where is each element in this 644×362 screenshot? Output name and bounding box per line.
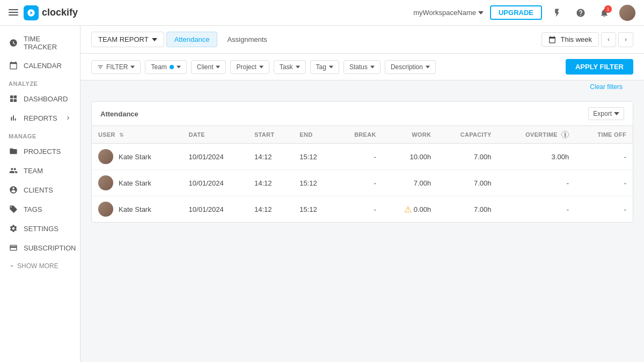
- tag-dropdown-icon: [329, 65, 333, 69]
- filter-dropdown-icon: [130, 65, 135, 69]
- grid-icon: [9, 94, 18, 104]
- cell-time-off: -: [575, 170, 633, 196]
- chevron-down-icon: [478, 11, 484, 14]
- chevron-right-icon: [65, 115, 71, 121]
- task-dropdown-icon: [296, 65, 300, 69]
- user-avatar-small: [98, 149, 113, 164]
- table-area: Attendance Export USER ⇅ DATE: [80, 93, 644, 362]
- col-break: BREAK: [335, 126, 383, 144]
- warning-icon[interactable]: ⚠: [404, 204, 412, 215]
- export-button[interactable]: Export: [588, 107, 624, 120]
- cell-break: -: [335, 196, 383, 223]
- filter-icon: [97, 64, 104, 70]
- user-avatar[interactable]: [619, 5, 635, 21]
- filter-bar: FILTER Team Client Project Task Tag: [80, 54, 644, 80]
- table-column-headers: USER ⇅ DATE START END BREAK WORK CAPACIT…: [92, 126, 633, 144]
- task-filter-button[interactable]: Task: [274, 60, 306, 74]
- dropdown-arrow-icon: [152, 38, 157, 41]
- sidebar-item-subscription[interactable]: SUBSCRIPTION: [0, 238, 80, 257]
- cell-user: Kate Stark: [92, 144, 182, 170]
- team-filter-badge: [170, 65, 174, 69]
- show-more-button[interactable]: SHOW MORE: [0, 257, 80, 275]
- credit-card-icon: [9, 243, 18, 253]
- col-overtime: OVERTIME ℹ: [498, 126, 576, 144]
- apply-filter-button[interactable]: APPLY FILTER: [566, 59, 633, 75]
- sort-icon[interactable]: ⇅: [119, 132, 123, 138]
- folder-icon: [9, 146, 18, 156]
- people-icon: [9, 166, 18, 175]
- description-filter-button[interactable]: Description: [385, 60, 436, 74]
- user-name: Kate Stark: [119, 179, 151, 187]
- sidebar-item-calendar[interactable]: CALENDAR: [0, 56, 80, 75]
- cell-user: Kate Stark: [92, 170, 182, 196]
- cell-end: 15:12: [293, 196, 335, 223]
- tag-icon: [9, 204, 18, 214]
- filter-button[interactable]: FILTER: [91, 60, 141, 74]
- table-row: Kate Stark 10/01/202414:1215:12-10.00h7.…: [92, 144, 633, 170]
- sidebar-item-time-tracker[interactable]: TIME TRACKER: [0, 30, 80, 56]
- cell-break: -: [335, 144, 383, 170]
- cell-work: ⚠ User has tracked 7.00h less than the c…: [383, 196, 437, 223]
- tag-filter-button[interactable]: Tag: [310, 60, 339, 74]
- notification-count: 1: [604, 5, 612, 13]
- cell-start: 14:12: [248, 144, 293, 170]
- bar-chart-icon: [9, 113, 18, 123]
- cell-overtime: -: [498, 196, 576, 223]
- cell-overtime: -: [498, 170, 576, 196]
- hamburger-menu[interactable]: [9, 9, 18, 17]
- status-filter-button[interactable]: Status: [343, 60, 380, 74]
- table-title: Attendance: [100, 110, 138, 118]
- sidebar-item-clients[interactable]: CLIENTS: [0, 180, 80, 200]
- cell-overtime: 3.00h: [498, 144, 576, 170]
- workspace-selector[interactable]: myWorkspaceName: [413, 9, 484, 17]
- date-picker[interactable]: This week: [541, 32, 599, 47]
- status-dropdown-icon: [370, 65, 375, 69]
- col-user: USER ⇅: [92, 126, 182, 144]
- team-filter-button[interactable]: Team: [145, 60, 186, 74]
- cell-date: 10/01/2024: [182, 144, 248, 170]
- team-report-button[interactable]: TEAM REPORT: [91, 32, 164, 47]
- notifications-button[interactable]: 1: [596, 4, 613, 21]
- client-filter-button[interactable]: Client: [191, 60, 226, 74]
- help-icon-button[interactable]: [572, 4, 589, 21]
- col-time-off: TIME OFF: [575, 126, 633, 144]
- upgrade-button[interactable]: UPGRADE: [490, 5, 542, 20]
- clear-filters-row: Clear filters: [80, 80, 644, 93]
- cell-capacity: 7.00h: [437, 196, 497, 223]
- sidebar-item-reports[interactable]: REPORTS: [0, 108, 80, 128]
- analyze-section-label: ANALYZE: [0, 75, 80, 89]
- project-filter-button[interactable]: Project: [230, 60, 269, 74]
- user-avatar-small: [98, 202, 113, 217]
- sidebar-item-dashboard[interactable]: DASHBOARD: [0, 89, 80, 108]
- sidebar-item-tags[interactable]: TAGS: [0, 200, 80, 219]
- col-capacity: CAPACITY: [437, 126, 497, 144]
- chevron-right-icon: [623, 37, 628, 42]
- sidebar-item-team[interactable]: TEAM: [0, 161, 80, 180]
- col-date: DATE: [182, 126, 248, 144]
- cell-time-off: -: [575, 196, 633, 223]
- overtime-info-icon[interactable]: ℹ: [561, 131, 569, 138]
- cell-time-off: -: [575, 144, 633, 170]
- navbar: clockify myWorkspaceName UPGRADE 1: [0, 0, 644, 26]
- cell-date: 10/01/2024: [182, 170, 248, 196]
- prev-week-button[interactable]: [601, 32, 616, 47]
- tab-attendance[interactable]: Attendance: [166, 32, 218, 47]
- logo: clockify: [24, 5, 78, 20]
- gear-icon: [9, 224, 18, 233]
- sidebar-item-settings[interactable]: SETTINGS: [0, 219, 80, 238]
- cell-work: 7.00h: [383, 170, 437, 196]
- cell-end: 15:12: [293, 170, 335, 196]
- clear-filters-link[interactable]: Clear filters: [579, 82, 633, 92]
- magic-icon-button[interactable]: [548, 4, 566, 21]
- team-dropdown-icon: [177, 65, 181, 69]
- col-start: START: [248, 126, 293, 144]
- date-navigation: This week: [541, 32, 633, 47]
- manage-section-label: MANAGE: [0, 128, 80, 142]
- col-end: END: [293, 126, 335, 144]
- next-week-button[interactable]: [618, 32, 633, 47]
- sidebar-item-projects[interactable]: PROJECTS: [0, 142, 80, 161]
- tab-assignments[interactable]: Assignments: [219, 32, 274, 47]
- work-value: 0.00h: [414, 205, 431, 213]
- cell-end: 15:12: [293, 144, 335, 170]
- user-name: Kate Stark: [119, 205, 151, 213]
